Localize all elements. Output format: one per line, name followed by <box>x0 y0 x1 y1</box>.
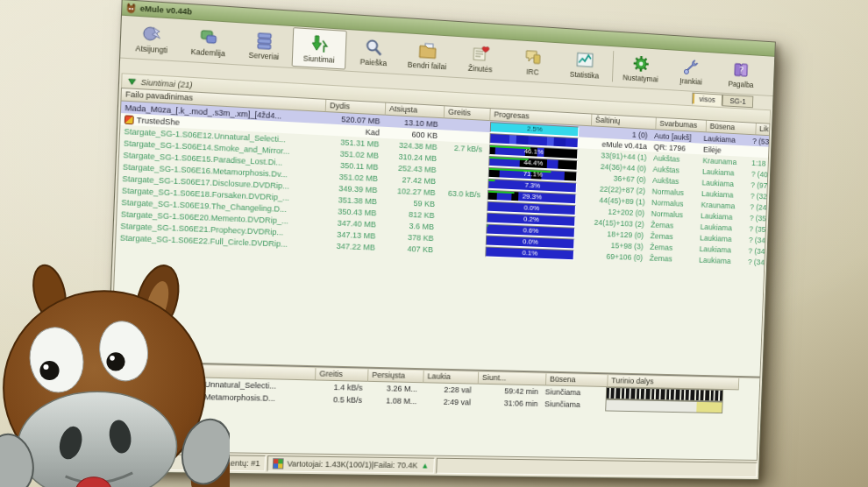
tools-icon <box>682 57 701 77</box>
irc-icon <box>523 46 543 67</box>
toolbar-button-label: Statistika <box>570 69 600 80</box>
donkey-right-pupil <box>106 352 125 371</box>
disconnect-icon <box>141 23 162 44</box>
cell-wait: 2:28 val <box>421 385 475 394</box>
cell-tx: 812 KB <box>380 208 438 220</box>
toolbar-button-label: Bendri failai <box>408 60 447 71</box>
kad-icon <box>198 26 219 47</box>
status-segment-network: Vartotojai: 1.43K(100/1)|Failai: 70.4K ▲ <box>267 455 434 474</box>
cell-pri: Normalus <box>648 208 698 219</box>
toolbar-button-kademlija[interactable]: Kademlija <box>180 20 237 63</box>
messages-icon <box>471 43 491 63</box>
toolbar-button-label: Siuntimai <box>303 53 335 64</box>
cell-pri: Žemas <box>647 231 697 242</box>
cell-tx: 1.08 M... <box>366 396 421 406</box>
cell-st: Laukiama <box>696 244 745 255</box>
toolbar-button-label: Žinutės <box>468 63 493 74</box>
toolbar-button-label: Atsijungti <box>135 43 167 54</box>
options-icon <box>631 53 651 74</box>
cell-status: Siunčiama <box>541 399 602 409</box>
toolbar-button--rankiai[interactable]: Įrankiai <box>666 51 717 91</box>
cell-sent: 31:06 min <box>474 399 542 408</box>
cell-speed <box>439 181 484 183</box>
search-icon <box>364 37 384 58</box>
cell-tx: 59 KB <box>381 197 439 208</box>
downloads-section-label: Siuntimai (21) <box>141 77 193 89</box>
toolbar-button-serveriai[interactable]: Serveriai <box>236 24 292 67</box>
status-users-text: Vartotojai: 1.43K(100/1)|Failai: 70.4K <box>287 459 417 469</box>
help-icon: ? <box>732 60 751 80</box>
toolbar-separator <box>612 51 614 81</box>
network-icon <box>273 458 284 469</box>
toolbar-button-bendri-failai[interactable]: Bendri failai <box>401 34 455 76</box>
cell-speed <box>441 136 486 138</box>
transfers-icon <box>309 33 330 54</box>
cell-wait: 2:49 val <box>420 397 474 406</box>
cell-st: Laukiama <box>697 222 746 232</box>
cell-pri: Aukštas <box>650 165 700 176</box>
cell-status: Siunčiama <box>542 387 603 397</box>
cell-pri: Žemas <box>647 220 697 230</box>
window-title: eMule v0.44b <box>139 4 192 17</box>
cell-st: Kraunama <box>698 200 747 210</box>
cell-pri: Normalus <box>649 187 699 197</box>
cell-src: 69+106 (0) <box>582 251 646 262</box>
cell-speed <box>440 170 485 172</box>
cell-sent: 59:42 min <box>474 386 542 397</box>
status-boards-text: Lentų: #1 <box>225 458 260 468</box>
cell-tx: 407 KB <box>379 243 438 254</box>
category-tab-sg-1[interactable]: SG-1 <box>722 95 754 109</box>
cell-tx: 3.6 MB <box>380 220 438 231</box>
cell-speed <box>438 238 482 240</box>
toolbar-button-atsijungti[interactable]: Atsijungti <box>123 17 181 60</box>
cell-speed <box>442 124 487 127</box>
toolbar-button-paie-ka[interactable]: Paieška <box>346 31 401 73</box>
eye-highlight <box>110 356 115 361</box>
cell-size: 350.43 MB <box>321 206 380 217</box>
cell-size: 347.40 MB <box>321 217 380 229</box>
cell-speed <box>437 250 481 251</box>
toolbar-button-irc[interactable]: IRC <box>507 41 559 82</box>
cell-st: Laukiama <box>696 233 745 244</box>
toolbar-button-nustatymai[interactable]: Nustatymai <box>615 47 667 88</box>
toolbar-button-pagalba[interactable]: ?Pagalba <box>716 54 766 95</box>
toolbar-button-label: Kademlija <box>190 46 225 58</box>
cell-speed <box>438 215 483 217</box>
eye-highlight <box>43 364 48 370</box>
toolbar-button--inut-s[interactable]: Žinutės <box>454 38 508 79</box>
toolbar-button-label: Paieška <box>359 57 387 67</box>
toolbar-button-siuntimai[interactable]: Siuntimai <box>292 27 347 69</box>
cell-tx: 3.26 M... <box>366 384 421 393</box>
servers-icon <box>254 30 275 51</box>
upload-column-header-speed[interactable]: Greitis <box>316 368 369 382</box>
cell-pri: Normalus <box>648 198 698 208</box>
up-arrow-icon: ▲ <box>421 461 429 469</box>
desktop: eMule v0.44b AtsijungtiKademlijaServeria… <box>0 0 868 487</box>
category-tabs: visosSG-1 <box>692 93 754 109</box>
cell-speed: 1.4 kB/s <box>314 382 366 392</box>
cell-st: Laukiama <box>695 255 744 265</box>
upload-column-header-tx[interactable]: Persiųsta <box>368 370 424 384</box>
toolbar-button-label: Įrankiai <box>679 76 702 86</box>
cell-left <box>749 152 770 155</box>
shared-files-icon <box>417 40 438 60</box>
toolbar-button-statistika[interactable]: Statistika <box>559 44 610 85</box>
cell-speed: 2.7 kB/s <box>440 143 486 154</box>
svg-text:?: ? <box>739 65 744 76</box>
collapse-arrow-icon <box>128 77 137 86</box>
cell-pri: Aukštas <box>649 175 699 186</box>
cell-tx: 378 KB <box>379 231 438 243</box>
category-tab-visos[interactable]: visos <box>692 93 722 107</box>
toolbar-button-label: Nustatymai <box>623 73 658 83</box>
cell-pri: Žemas <box>646 242 696 252</box>
cell-pri: Žemas <box>646 253 696 264</box>
cell-speed <box>438 204 483 206</box>
cell-size: 351.38 MB <box>322 194 381 206</box>
cell-st: Laukiama <box>699 166 748 177</box>
donkey-left-pupil <box>39 361 59 380</box>
cell-st: Laukiama <box>699 178 748 188</box>
cell-speed: 0.5 kB/s <box>314 395 366 405</box>
upload-column-header-wait[interactable]: Laukia <box>423 371 479 384</box>
statistics-icon <box>575 50 594 70</box>
emule-donkey-mascot <box>0 254 230 487</box>
